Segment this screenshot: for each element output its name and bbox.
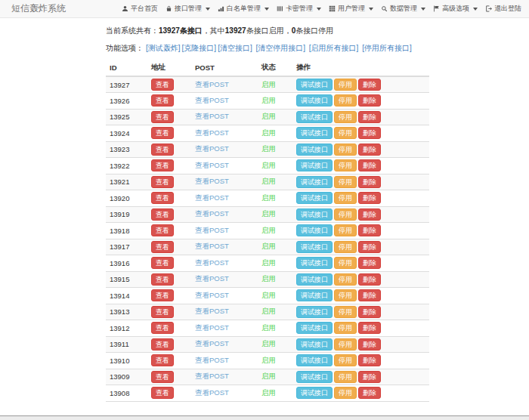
view-address-button[interactable]: 查看 bbox=[151, 354, 174, 366]
delete-api-button[interactable]: 删除 bbox=[358, 371, 381, 383]
delete-api-button[interactable]: 删除 bbox=[358, 144, 381, 156]
disable-api-button[interactable]: 停用 bbox=[334, 208, 357, 221]
delete-api-button[interactable]: 删除 bbox=[358, 192, 381, 204]
debug-api-button[interactable]: 调试接口 bbox=[296, 127, 333, 139]
debug-api-button[interactable]: 调试接口 bbox=[296, 176, 333, 188]
view-address-button[interactable]: 查看 bbox=[151, 127, 174, 139]
view-post-link[interactable]: 查看POST bbox=[195, 258, 229, 267]
delete-api-button[interactable]: 删除 bbox=[358, 289, 381, 301]
delete-api-button[interactable]: 删除 bbox=[358, 159, 381, 171]
debug-api-button[interactable]: 调试接口 bbox=[296, 338, 333, 351]
view-address-button[interactable]: 查看 bbox=[151, 224, 174, 236]
debug-api-button[interactable]: 调试接口 bbox=[296, 273, 333, 286]
nav-item-platform-home[interactable]: 平台首页 bbox=[122, 4, 158, 14]
debug-api-button[interactable]: 调试接口 bbox=[296, 289, 333, 301]
view-address-button[interactable]: 查看 bbox=[151, 79, 174, 91]
nav-item-advanced-options[interactable]: 高级选项 bbox=[433, 4, 478, 14]
disable-api-button[interactable]: 停用 bbox=[334, 338, 357, 351]
disable-api-button[interactable]: 停用 bbox=[334, 94, 357, 107]
view-post-link[interactable]: 查看POST bbox=[195, 339, 229, 347]
debug-api-button[interactable]: 调试接口 bbox=[296, 224, 333, 236]
view-address-button[interactable]: 查看 bbox=[151, 159, 174, 171]
nav-item-card-key-management[interactable]: 卡密管理 bbox=[277, 4, 321, 14]
nav-item-data-management[interactable]: 数据管理 bbox=[381, 4, 425, 14]
view-post-link[interactable]: 查看POST bbox=[195, 323, 229, 332]
delete-api-button[interactable]: 删除 bbox=[358, 387, 381, 399]
view-address-button[interactable]: 查看 bbox=[151, 208, 174, 221]
debug-api-button[interactable]: 调试接口 bbox=[296, 354, 333, 366]
delete-api-button[interactable]: 删除 bbox=[358, 241, 381, 253]
disable-api-button[interactable]: 停用 bbox=[334, 289, 357, 301]
disable-api-button[interactable]: 停用 bbox=[334, 241, 357, 253]
debug-api-button[interactable]: 调试接口 bbox=[296, 306, 333, 318]
view-post-link[interactable]: 查看POST bbox=[195, 388, 229, 397]
delete-api-button[interactable]: 删除 bbox=[358, 273, 381, 286]
debug-api-button[interactable]: 调试接口 bbox=[296, 159, 333, 171]
view-post-link[interactable]: 查看POST bbox=[195, 80, 229, 88]
view-post-link[interactable]: 查看POST bbox=[195, 209, 229, 218]
delete-api-button[interactable]: 删除 bbox=[358, 176, 381, 188]
delete-api-button[interactable]: 删除 bbox=[358, 94, 381, 107]
delete-api-button[interactable]: 删除 bbox=[358, 338, 381, 351]
disable-all-api-link[interactable]: [停用所有接口] bbox=[362, 44, 412, 52]
disable-api-button[interactable]: 停用 bbox=[334, 79, 357, 91]
delete-api-button[interactable]: 删除 bbox=[358, 224, 381, 236]
view-post-link[interactable]: 查看POST bbox=[195, 193, 229, 202]
disable-api-button[interactable]: 停用 bbox=[334, 144, 357, 156]
clear-disabled-api-link[interactable]: [清空停用接口] bbox=[255, 44, 305, 52]
disable-api-button[interactable]: 停用 bbox=[334, 387, 357, 399]
disable-api-button[interactable]: 停用 bbox=[334, 111, 357, 123]
disable-api-button[interactable]: 停用 bbox=[334, 127, 357, 139]
view-address-button[interactable]: 查看 bbox=[151, 338, 174, 351]
disable-api-button[interactable]: 停用 bbox=[334, 192, 357, 204]
nav-item-api-management[interactable]: 接口管理 bbox=[166, 4, 210, 14]
delete-api-button[interactable]: 删除 bbox=[358, 306, 381, 318]
view-address-button[interactable]: 查看 bbox=[151, 192, 174, 204]
view-post-link[interactable]: 查看POST bbox=[195, 291, 229, 299]
view-post-link[interactable]: 查看POST bbox=[195, 274, 229, 283]
clear-api-link[interactable]: [清空接口] bbox=[218, 44, 252, 52]
view-post-link[interactable]: 查看POST bbox=[195, 372, 229, 380]
delete-api-button[interactable]: 删除 bbox=[358, 257, 381, 269]
view-post-link[interactable]: 查看POST bbox=[195, 96, 229, 104]
debug-api-button[interactable]: 调试接口 bbox=[296, 387, 333, 399]
debug-api-button[interactable]: 调试接口 bbox=[296, 208, 333, 221]
disable-api-button[interactable]: 停用 bbox=[334, 159, 357, 171]
view-address-button[interactable]: 查看 bbox=[151, 273, 174, 286]
debug-api-button[interactable]: 调试接口 bbox=[296, 111, 333, 123]
view-address-button[interactable]: 查看 bbox=[151, 289, 174, 301]
disable-api-button[interactable]: 停用 bbox=[334, 306, 357, 318]
view-post-link[interactable]: 查看POST bbox=[195, 112, 229, 120]
view-address-button[interactable]: 查看 bbox=[151, 94, 174, 107]
disable-api-button[interactable]: 停用 bbox=[334, 257, 357, 269]
delete-api-button[interactable]: 删除 bbox=[358, 127, 381, 139]
clone-api-link[interactable]: [克隆接口] bbox=[182, 44, 217, 52]
debug-api-button[interactable]: 调试接口 bbox=[296, 79, 333, 91]
disable-api-button[interactable]: 停用 bbox=[334, 354, 357, 366]
view-address-button[interactable]: 查看 bbox=[151, 111, 174, 123]
nav-item-whitelist-management[interactable]: 白名单管理 bbox=[218, 4, 269, 14]
nav-item-user-management[interactable]: 用户管理 bbox=[329, 4, 373, 14]
view-address-button[interactable]: 查看 bbox=[151, 306, 174, 318]
debug-api-button[interactable]: 调试接口 bbox=[296, 241, 333, 253]
disable-api-button[interactable]: 停用 bbox=[334, 371, 357, 383]
test-bomb-link[interactable]: [测试轰炸] bbox=[146, 44, 181, 52]
view-address-button[interactable]: 查看 bbox=[151, 144, 174, 156]
view-post-link[interactable]: 查看POST bbox=[195, 307, 229, 315]
delete-api-button[interactable]: 删除 bbox=[358, 111, 381, 123]
view-address-button[interactable]: 查看 bbox=[151, 371, 174, 383]
view-post-link[interactable]: 查看POST bbox=[195, 128, 229, 137]
view-post-link[interactable]: 查看POST bbox=[195, 177, 229, 185]
debug-api-button[interactable]: 调试接口 bbox=[296, 192, 333, 204]
delete-api-button[interactable]: 删除 bbox=[358, 322, 381, 334]
view-post-link[interactable]: 查看POST bbox=[195, 144, 229, 153]
debug-api-button[interactable]: 调试接口 bbox=[296, 257, 333, 269]
delete-api-button[interactable]: 删除 bbox=[358, 208, 381, 221]
view-address-button[interactable]: 查看 bbox=[151, 322, 174, 334]
delete-api-button[interactable]: 删除 bbox=[358, 79, 381, 91]
disable-api-button[interactable]: 停用 bbox=[334, 273, 357, 286]
brand-title[interactable]: 短信轰炸系统 bbox=[11, 2, 66, 15]
disable-api-button[interactable]: 停用 bbox=[334, 176, 357, 188]
nav-item-logout[interactable]: 退出登陆 bbox=[485, 4, 521, 14]
view-address-button[interactable]: 查看 bbox=[151, 257, 174, 269]
